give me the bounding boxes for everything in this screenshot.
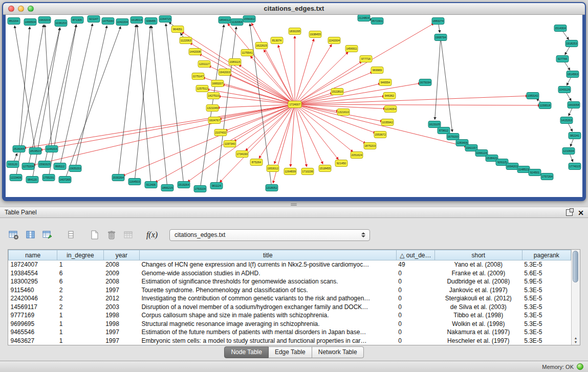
table-cell-name[interactable]: 9699695	[9, 319, 57, 327]
graph-node[interactable]: 1553672	[374, 132, 386, 138]
graph-node[interactable]: 1866215	[161, 185, 173, 191]
column-header-name[interactable]: name	[9, 250, 57, 260]
graph-node[interactable]: 1623105	[428, 121, 441, 128]
graph-node[interactable]: 1223406	[10, 174, 22, 181]
table-cell-pagerank[interactable]: 5.3E-5	[522, 286, 571, 294]
table-cell-title[interactable]: Changes of HCN gene expression and I(f) …	[139, 260, 396, 269]
graph-node[interactable]: 1456911	[345, 46, 358, 52]
graph-edge[interactable]	[135, 26, 150, 182]
graph-node[interactable]: 879612	[438, 127, 450, 134]
table-cell-year[interactable]: 1998	[103, 311, 139, 319]
graph-node[interactable]: 1035942	[381, 119, 394, 126]
graph-edge[interactable]	[295, 104, 540, 105]
table-cell-short[interactable]: Hescheler et al. (1997)	[435, 336, 522, 345]
graph-node[interactable]: 1122063	[180, 37, 192, 44]
graph-node[interactable]: 2526065	[13, 146, 25, 152]
graph-node[interactable]: 875264	[250, 159, 263, 166]
function-builder-button[interactable]: f(x)	[145, 228, 159, 242]
table-cell-year[interactable]: 1997	[103, 336, 139, 345]
graph-node[interactable]: 871305	[71, 17, 83, 24]
vertical-scrollbar[interactable]: ▲ ▼	[571, 250, 580, 345]
graph-node[interactable]: 1148523	[517, 166, 530, 173]
graph-edge[interactable]	[295, 104, 376, 133]
graph-edge[interactable]	[151, 26, 167, 188]
graph-hub-node[interactable]: 1724007	[288, 101, 301, 108]
graph-node[interactable]: 969969	[371, 67, 383, 74]
column-header-title[interactable]: title	[139, 250, 396, 260]
table-cell-in_degree[interactable]: 1	[57, 319, 103, 327]
table-cell-in_degree[interactable]: 1	[57, 328, 103, 336]
graph-node[interactable]: 1968794	[434, 34, 447, 41]
graph-node[interactable]: 1042204	[116, 19, 128, 26]
graph-node[interactable]: 1415263	[560, 117, 573, 124]
table-cell-year[interactable]: 2008	[103, 277, 139, 286]
table-cell-name[interactable]: 18724007	[9, 260, 57, 269]
graph-node[interactable]: 2124804	[358, 15, 370, 21]
graph-node[interactable]: 1854012	[219, 17, 231, 24]
graph-edge[interactable]	[259, 104, 295, 158]
table-cell-pagerank[interactable]: 5.3E-5	[522, 328, 571, 336]
graph-node[interactable]: 1036153	[55, 20, 67, 27]
column-header-pagerank[interactable]: pagerank	[522, 250, 571, 260]
table-cell-name[interactable]: 9777169	[9, 311, 57, 319]
table-cell-short[interactable]: Tibbo et al. (1998)	[435, 311, 522, 319]
table-cell-in_degree[interactable]: 2	[57, 302, 103, 311]
graph-node[interactable]: 3572301	[371, 18, 383, 25]
graph-node[interactable]: 1197340	[224, 141, 236, 147]
table-cell-out_degree[interactable]: 0	[396, 269, 434, 277]
table-cell-short[interactable]: Dudbridge et al. (2008)	[435, 277, 522, 286]
graph-edge[interactable]	[40, 104, 295, 150]
table-cell-in_degree[interactable]: 1	[57, 260, 103, 269]
graph-node[interactable]: 1321610	[337, 109, 350, 116]
graph-node[interactable]: 924501	[529, 169, 541, 176]
graph-edge[interactable]	[295, 104, 365, 143]
graph-node[interactable]: 1774015	[569, 163, 581, 170]
graph-node[interactable]: 1622615	[255, 42, 268, 49]
graph-node[interactable]: 813074	[271, 37, 283, 44]
table-cell-year[interactable]: 1997	[103, 328, 139, 336]
memory-indicator-icon[interactable]	[577, 363, 583, 370]
window-titlebar[interactable]: citations_edges.txt	[3, 3, 585, 15]
tab-node-table[interactable]: Node Table	[224, 346, 269, 358]
graph-node[interactable]: 1175541	[241, 50, 253, 56]
graph-node[interactable]: 1159518	[539, 102, 551, 109]
graph-node[interactable]: 852204	[8, 18, 20, 25]
table-cell-title[interactable]: Disruption of a novel member of a sodium…	[139, 302, 396, 311]
table-cell-short[interactable]: Yano et al. (2008)	[435, 260, 522, 269]
column-header-year[interactable]: year	[103, 250, 139, 260]
graph-node[interactable]: 912406	[145, 182, 157, 188]
graph-node[interactable]: 933120	[7, 161, 19, 168]
graph-edge[interactable]	[65, 27, 121, 180]
table-selector-combo[interactable]: citations_edges.txt	[169, 229, 370, 241]
graph-edge[interactable]	[435, 37, 441, 119]
table-cell-year[interactable]: 2009	[103, 269, 139, 277]
table-cell-in_degree[interactable]: 2	[57, 286, 103, 294]
graph-edge[interactable]	[45, 25, 76, 164]
graph-edge[interactable]	[295, 83, 420, 104]
graph-node[interactable]: 1590315	[38, 161, 51, 168]
rows-button[interactable]	[64, 228, 78, 242]
graph-node[interactable]: 1210634	[562, 148, 575, 155]
table-row[interactable]: 1830029562008Estimation of significance …	[9, 277, 571, 286]
graph-node[interactable]: 868112	[54, 163, 66, 170]
graph-node[interactable]: 1522810	[331, 89, 343, 95]
graph-node[interactable]: 938455	[145, 18, 157, 25]
graph-edge[interactable]	[16, 25, 43, 178]
table-cell-short[interactable]: Nakamura et al. (1997)	[435, 328, 522, 336]
table-cell-year[interactable]: 1998	[103, 319, 139, 327]
table-cell-name[interactable]: 14569117	[9, 302, 57, 311]
table-row[interactable]: 946554611997Estimation of the future num…	[9, 328, 571, 336]
table-cell-short[interactable]: de Silva et al. (2003)	[435, 302, 522, 311]
graph-node[interactable]: 1318052	[266, 185, 278, 191]
graph-edge[interactable]	[295, 45, 332, 104]
network-graph[interactable]: 1724007183029519384552242004145691197771…	[6, 15, 582, 197]
graph-node[interactable]: 982241	[569, 133, 581, 139]
graph-node[interactable]: 1043126	[558, 86, 571, 93]
table-cell-out_degree[interactable]: 0	[396, 328, 434, 336]
import-table-button[interactable]	[122, 228, 135, 242]
graph-node[interactable]: 977716	[360, 56, 372, 62]
graph-node[interactable]: 1514304	[554, 25, 567, 32]
table-cell-name[interactable]: 9463627	[9, 336, 57, 345]
table-cell-in_degree[interactable]: 6	[57, 277, 103, 286]
graph-edge[interactable]	[252, 24, 295, 104]
